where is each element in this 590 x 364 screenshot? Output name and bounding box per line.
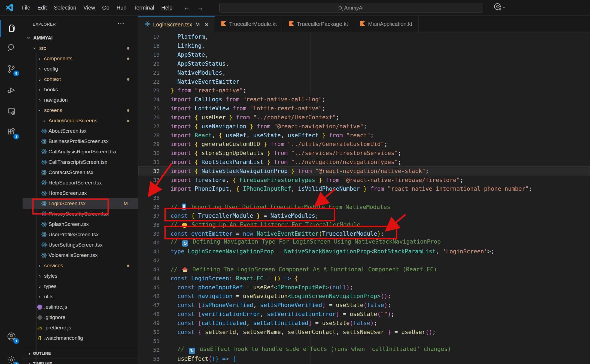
activity-extensions[interactable]: 1 <box>0 123 23 142</box>
code-line-28[interactable]: 28import React, { useRef, useState, useE… <box>138 131 590 140</box>
code-line-19[interactable]: 19 AppState, <box>138 50 590 59</box>
code-line-38[interactable]: 38// Setting Up An Event Listener For Tr… <box>138 220 590 229</box>
tab-label: TruecallerPackage.kt <box>297 21 348 27</box>
tree-item-aboutscreen-tsx[interactable]: AboutScreen.tsx <box>23 126 138 136</box>
code-line-31[interactable]: 31import { RootStackParamList } from "..… <box>138 158 590 167</box>
code-line-43[interactable]: 43// Defining The LoginScreen Component … <box>138 265 590 274</box>
activity-accounts[interactable]: 1 <box>0 327 23 346</box>
tree-item-types[interactable]: ›types <box>23 281 138 292</box>
tree-item-context[interactable]: ›context <box>23 74 138 84</box>
tree-item-contactsscreen-tsx[interactable]: ContactsScreen.tsx <box>23 167 138 178</box>
menu-edit[interactable]: Edit <box>34 3 50 13</box>
code-line-47[interactable]: 47 const [isPhoneVerified, setIsPhoneVer… <box>138 301 590 310</box>
tree-item-hooks[interactable]: ›hooks <box>23 84 138 95</box>
code-line-32[interactable]: 32import { NativeStackNavigationProp } f… <box>138 166 590 175</box>
code-line-26[interactable]: 26import { useUser } from "../context/Us… <box>138 113 590 122</box>
tree-item-config[interactable]: ›config <box>23 64 138 74</box>
code-line-45[interactable]: 45 const phoneInputRef = useRef<IPhoneIn… <box>138 283 590 292</box>
code-line-25[interactable]: 25import LottieView from "lottie-react-n… <box>138 104 590 113</box>
tree-item-voicemailsscreen-tsx[interactable]: VoicemailsScreen.tsx <box>23 250 138 260</box>
code-line-40[interactable]: 40// ↻ Defining Navigation Type For Logi… <box>138 238 590 247</box>
code-line-49[interactable]: 49 const [callInitiated, setCallInitiate… <box>138 319 590 328</box>
activity-explorer[interactable] <box>0 19 23 38</box>
code-line-37[interactable]: 37const { TruecallerModule } = NativeMod… <box>138 211 590 220</box>
tree-item--watchmanconfig[interactable]: {}.watchmanconfig <box>23 333 138 343</box>
code-line-24[interactable]: 24import CallLogs from "react-native-cal… <box>138 95 590 104</box>
code-line-46[interactable]: 46 const navigation = useNavigation<Logi… <box>138 292 590 301</box>
tree-item-usersettingsscreen-tsx[interactable]: UserSettingsScreen.tsx <box>23 240 138 250</box>
tree-item-services[interactable]: ›services <box>23 260 138 271</box>
tree-item-callanalysisreportscreen-tsx[interactable]: CallAnalysisReportScreen.tsx <box>23 147 138 157</box>
outline-section[interactable]: › OUTLINE <box>23 348 138 358</box>
tree-item--gitignore[interactable]: .gitignore <box>23 312 138 323</box>
code-line-18[interactable]: 18 Linking, <box>138 41 590 50</box>
command-center-search[interactable]: AmmyAI <box>219 3 483 13</box>
line-number: 50 <box>138 329 160 335</box>
activity-settings[interactable]: 1 <box>0 350 23 364</box>
code-editor[interactable]: 17 Platform,18 Linking,19 AppState,20 Ap… <box>138 32 590 364</box>
activity-search[interactable] <box>0 38 23 57</box>
chevron-down-icon[interactable]: ⌄ <box>502 4 506 9</box>
tab-truecallermodule-kt[interactable]: TruecallerModule.kt <box>215 16 283 32</box>
tab-truecallerpackage-kt[interactable]: TruecallerPackage.kt <box>283 16 354 32</box>
code-line-22[interactable]: 22 NativeEventEmitter <box>138 77 590 86</box>
code-line-35[interactable]: 35 <box>138 193 590 202</box>
tab-close-icon[interactable]: ✕ <box>205 22 209 28</box>
explorer-more-actions-icon[interactable]: ⋯ <box>117 19 124 27</box>
code-line-21[interactable]: 21 NativeModules, <box>138 68 590 77</box>
tree-item-privacysecurityscreen-tsx[interactable]: PrivacySecurityScreen.tsx <box>23 209 138 219</box>
tree-item-styles[interactable]: ›styles <box>23 271 138 281</box>
tree-item-screens[interactable]: ›screens <box>23 105 138 116</box>
code-line-17[interactable]: 17 Platform, <box>138 32 590 41</box>
code-line-23[interactable]: 23} from "react-native"; <box>138 86 590 95</box>
menu-view[interactable]: View <box>80 3 99 13</box>
tree-item-userprofilescreen-tsx[interactable]: UserProfileScreen.tsx <box>23 229 138 240</box>
code-line-27[interactable]: 27import { useNavigation } from "@react-… <box>138 122 590 131</box>
menu-help[interactable]: Help <box>158 3 176 13</box>
tree-item-ammyai[interactable]: ›AMMYAI <box>23 33 138 43</box>
code-line-42[interactable]: 42 <box>138 256 590 265</box>
activity-remote-explorer[interactable] <box>0 102 23 121</box>
tree-item-loginscreen-tsx[interactable]: LoginScreen.tsxM <box>23 198 138 209</box>
tree-item-audio-videoscreens[interactable]: ›Audio&VideoScreens <box>23 116 138 126</box>
tree-item-src[interactable]: ›src <box>23 43 138 53</box>
tab-loginscreen-tsx[interactable]: LoginScreen.tsxM✕ <box>138 16 215 32</box>
timeline-section[interactable]: › TIMELINE <box>23 358 138 364</box>
menu-run[interactable]: Run <box>113 3 130 13</box>
code-line-34[interactable]: 34import PhoneInput, { IPhoneInputRef, i… <box>138 184 590 193</box>
tree-item-businessprofilescreen-tsx[interactable]: BusinessProfileScreen.tsx <box>23 136 138 147</box>
menu-go[interactable]: Go <box>99 3 113 13</box>
tree-item-label: .eslintrc.js <box>44 304 67 310</box>
nav-back-icon[interactable]: ← <box>184 4 190 11</box>
code-line-20[interactable]: 20 AppStateStatus, <box>138 59 590 68</box>
code-line-44[interactable]: 44const LoginScreen: React.FC = () => { <box>138 274 590 283</box>
code-line-41[interactable]: 41type LoginScreenNavigationProp = Nativ… <box>138 247 590 256</box>
code-line-30[interactable]: 30import { storeSignUpDetails } from "..… <box>138 149 590 158</box>
code-line-53[interactable]: 53 useEffect(() => { <box>138 354 590 363</box>
code-line-29[interactable]: 29import { generateCustomUID } from "../… <box>138 140 590 149</box>
code-line-33[interactable]: 33import firestore, { FirebaseFirestoreT… <box>138 175 590 184</box>
menu-file[interactable]: File <box>18 3 34 13</box>
tree-item-calltranscriptsscreen-tsx[interactable]: CallTranscriptsScreen.tsx <box>23 157 138 167</box>
tree-item-components[interactable]: ›components <box>23 53 138 64</box>
activity-run-debug[interactable] <box>0 81 23 100</box>
tree-item--eslintrc-js[interactable]: .eslintrc.js <box>23 302 138 312</box>
tree-item-utils[interactable]: ›utils <box>23 292 138 302</box>
menu-terminal[interactable]: Terminal <box>130 3 158 13</box>
profile-remote-icon[interactable] <box>494 3 501 10</box>
tab-mainapplication-kt[interactable]: MainApplication.kt <box>354 16 418 32</box>
activity-source-control[interactable]: 9 <box>0 59 23 78</box>
code-line-36[interactable]: 36// Importing User Defined TruecallerMo… <box>138 202 590 211</box>
nav-forward-icon[interactable]: → <box>197 4 204 11</box>
code-line-51[interactable]: 51 <box>138 336 590 345</box>
tree-item-navigation[interactable]: ›navigation <box>23 95 138 105</box>
code-line-50[interactable]: 50 const { setUserId, setUserName, setUs… <box>138 327 590 336</box>
code-line-48[interactable]: 48 const [verificationError, setVerifica… <box>138 310 590 319</box>
tree-item--prettierrc-js[interactable]: JS.prettierrc.js <box>23 323 138 333</box>
tree-item-helpsupportscreen-tsx[interactable]: HelpSupportScreen.tsx <box>23 178 138 188</box>
tree-item-splashscreen-tsx[interactable]: SplashScreen.tsx <box>23 219 138 229</box>
tree-item-homescreen-tsx[interactable]: HomeScreen.tsx <box>23 188 138 198</box>
menu-selection[interactable]: Selection <box>50 3 80 13</box>
code-line-39[interactable]: 39const eventEmitter = new NativeEventEm… <box>138 229 590 238</box>
code-line-52[interactable]: 52 // ↻ useEffect hook to handle side ef… <box>138 345 590 354</box>
